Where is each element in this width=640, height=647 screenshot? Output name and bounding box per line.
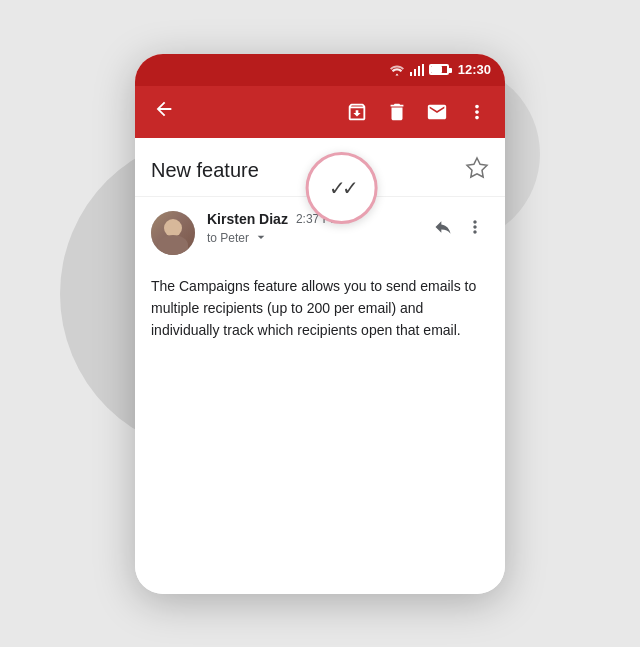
archive-icon (346, 101, 368, 123)
avatar-silhouette (151, 211, 195, 255)
recipient-label: to Peter (207, 231, 249, 245)
sender-name: Kirsten Diaz (207, 211, 288, 227)
reply-icon (433, 217, 453, 237)
recipient-row: to Peter (207, 229, 417, 248)
signal-bar-4 (422, 64, 424, 76)
mail-icon (426, 101, 448, 123)
avatar (151, 211, 195, 255)
delete-icon (386, 101, 408, 123)
sender-actions (429, 213, 489, 246)
toolbar (135, 86, 505, 138)
chevron-down-icon (253, 229, 269, 245)
more-sender-button[interactable] (461, 213, 489, 246)
battery-icon (429, 64, 449, 75)
vertical-dots-icon (465, 217, 485, 237)
delete-button[interactable] (379, 94, 415, 130)
double-check-symbol: ✓✓ (329, 176, 355, 200)
star-button[interactable] (465, 156, 489, 186)
email-subject: New feature (151, 159, 259, 182)
star-icon (465, 156, 489, 180)
more-dots-icon (466, 101, 488, 123)
status-time: 12:30 (458, 62, 491, 77)
phone-inner: 12:30 (135, 54, 505, 594)
toolbar-actions (339, 94, 495, 130)
double-check-circle: ✓✓ (306, 152, 378, 224)
signal-bar-2 (414, 69, 416, 76)
signal-bar-1 (410, 72, 412, 76)
signal-icon (410, 64, 424, 76)
avatar-body (158, 235, 188, 255)
email-text: The Campaigns feature allows you to send… (151, 275, 489, 342)
status-bar: 12:30 (135, 54, 505, 86)
recipient-dropdown-button[interactable] (253, 229, 269, 248)
email-body: The Campaigns feature allows you to send… (135, 265, 505, 366)
archive-button[interactable] (339, 94, 375, 130)
more-button[interactable] (459, 94, 495, 130)
phone-frame: 12:30 (135, 54, 505, 594)
back-button[interactable] (145, 90, 183, 134)
avatar-image (151, 211, 195, 255)
wifi-icon (389, 63, 405, 76)
battery-fill (431, 66, 442, 73)
mark-unread-button[interactable] (419, 94, 455, 130)
reply-button[interactable] (429, 213, 457, 246)
signal-bar-3 (418, 66, 420, 76)
status-icons: 12:30 (389, 62, 491, 77)
double-check-overlay: ✓✓ (306, 152, 378, 224)
